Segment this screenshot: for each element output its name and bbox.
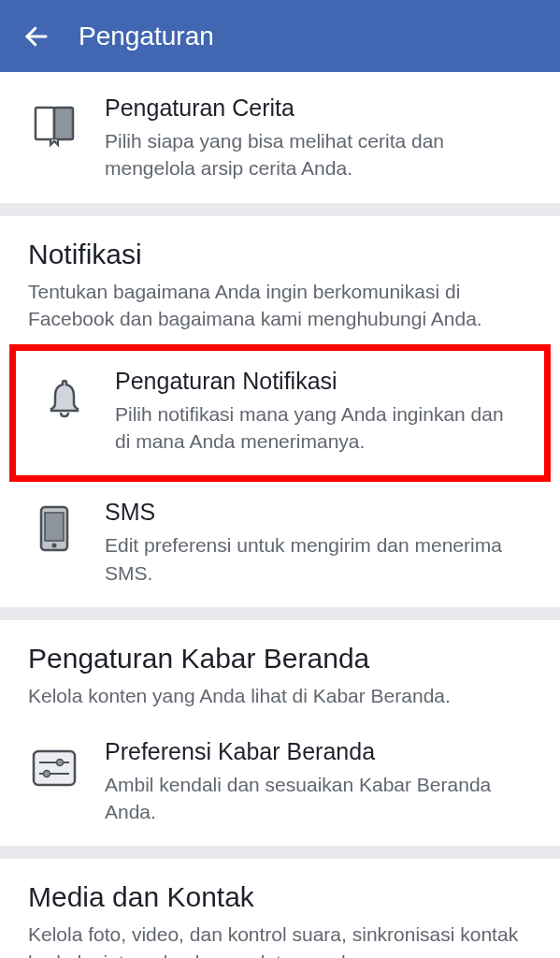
item-title: Pengaturan Notifikasi	[115, 368, 522, 395]
section-title: Notifikasi	[28, 239, 532, 270]
section-header: Pengaturan Kabar Beranda Kelola konten y…	[0, 620, 560, 720]
item-content: Pengaturan Notifikasi Pilih notifikasi m…	[115, 368, 522, 456]
item-newsfeed-prefs[interactable]: Preferensi Kabar Beranda Ambil kendali d…	[0, 721, 560, 847]
arrow-left-icon	[22, 22, 50, 51]
book-icon	[28, 98, 80, 151]
section-notifications: Notifikasi Tentukan bagaimana Anda ingin…	[0, 216, 560, 607]
section-title: Pengaturan Kabar Beranda	[28, 643, 532, 675]
bell-icon	[38, 371, 91, 424]
svg-point-3	[52, 544, 57, 548]
section-desc: Kelola konten yang Anda lihat di Kabar B…	[28, 682, 532, 709]
item-content: SMS Edit preferensi untuk mengirim dan m…	[105, 499, 532, 587]
app-header: Pengaturan	[0, 0, 560, 72]
item-desc: Pilih siapa yang bisa melihat cerita dan…	[105, 127, 532, 182]
sliders-icon	[28, 742, 80, 794]
item-content: Pengaturan Cerita Pilih siapa yang bisa …	[105, 94, 532, 182]
section-desc: Tentukan bagaimana Anda ingin berkomunik…	[28, 278, 532, 333]
item-title: Pengaturan Cerita	[105, 94, 532, 122]
section-newsfeed: Pengaturan Kabar Beranda Kelola konten y…	[0, 620, 560, 846]
item-title: SMS	[105, 499, 532, 526]
section-header: Media dan Kontak Kelola foto, video, dan…	[0, 859, 560, 958]
page-title: Pengaturan	[79, 22, 214, 51]
back-button[interactable]	[17, 15, 60, 58]
item-desc: Ambil kendali dan sesuaikan Kabar Berand…	[105, 771, 532, 826]
svg-point-8	[44, 770, 50, 777]
svg-rect-2	[45, 513, 64, 541]
item-desc: Edit preferensi untuk mengirim dan mener…	[105, 531, 532, 587]
item-notification-settings[interactable]: Pengaturan Notifikasi Pilih notifikasi m…	[9, 344, 551, 483]
section-story: Pengaturan Cerita Pilih siapa yang bisa …	[0, 72, 560, 203]
item-story-settings[interactable]: Pengaturan Cerita Pilih siapa yang bisa …	[0, 78, 560, 203]
svg-point-6	[57, 759, 64, 765]
svg-rect-4	[34, 751, 75, 785]
section-desc: Kelola foto, video, dan kontrol suara, s…	[28, 921, 532, 958]
item-content: Preferensi Kabar Beranda Ambil kendali d…	[105, 738, 532, 826]
item-sms[interactable]: SMS Edit preferensi untuk mengirim dan m…	[0, 482, 560, 607]
section-media: Media dan Kontak Kelola foto, video, dan…	[0, 859, 560, 958]
section-title: Media dan Kontak	[28, 881, 532, 913]
phone-icon	[28, 502, 80, 555]
item-desc: Pilih notifikasi mana yang Anda inginkan…	[115, 400, 522, 456]
section-header: Notifikasi Tentukan bagaimana Anda ingin…	[0, 216, 560, 344]
item-title: Preferensi Kabar Beranda	[105, 738, 532, 765]
